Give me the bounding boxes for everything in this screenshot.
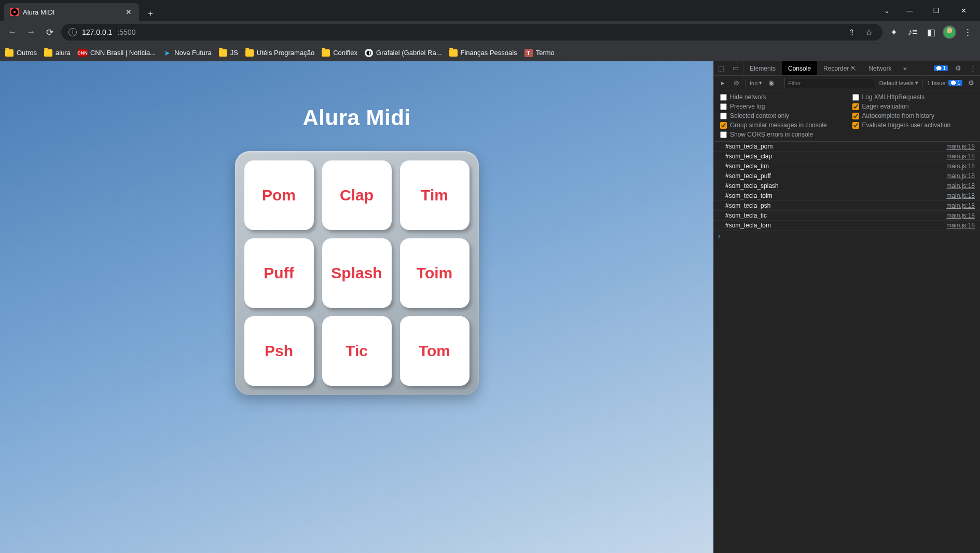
clear-console-icon[interactable]: ⊘ bbox=[731, 79, 741, 87]
check-log-xhr[interactable]: Log XMLHttpRequests bbox=[852, 93, 974, 101]
console-log-row[interactable]: #som_tecla_pommain.js:18 bbox=[714, 142, 980, 152]
console-filter-bar: ▸ ⊘ top ▾ ◉ Filter Default levels ▾ 1 Is… bbox=[714, 76, 980, 90]
bookmark-grafaiel[interactable]: ◐Grafaiel (Gabriel Ra... bbox=[365, 49, 441, 57]
more-tabs-icon[interactable]: » bbox=[898, 61, 912, 75]
devtools-settings-icon[interactable]: ⚙ bbox=[951, 61, 965, 75]
source-link[interactable]: main.js:18 bbox=[946, 172, 975, 180]
midi-key-tom[interactable]: Tom bbox=[400, 316, 470, 386]
devtools-tab-network[interactable]: Network bbox=[862, 61, 898, 75]
tab-title: Alura MIDI bbox=[23, 8, 120, 16]
console-sidebar-toggle-icon[interactable]: ▸ bbox=[718, 79, 727, 87]
tab-search-button[interactable]: ⌄ bbox=[875, 0, 898, 21]
forward-button[interactable]: → bbox=[24, 25, 38, 39]
console-log-row[interactable]: #som_tecla_tommain.js:18 bbox=[714, 221, 980, 231]
midi-key-splash[interactable]: Splash bbox=[322, 238, 392, 308]
reload-button[interactable]: ⟳ bbox=[43, 25, 57, 39]
check-preserve-log[interactable]: Preserve log bbox=[720, 103, 842, 110]
menu-icon[interactable]: ⋮ bbox=[960, 25, 975, 39]
messages-badge[interactable]: 1 bbox=[931, 61, 951, 75]
midi-key-clap[interactable]: Clap bbox=[322, 160, 392, 230]
check-eager-evaluation[interactable]: Eager evaluation bbox=[852, 103, 974, 110]
bookmark-financas[interactable]: Finanças Pessoais bbox=[449, 49, 517, 57]
bookmark-termo[interactable]: TTermo bbox=[524, 49, 555, 57]
nova-futura-icon: ➤ bbox=[163, 49, 171, 57]
check-show-cors[interactable]: Show CORS errors in console bbox=[720, 131, 974, 138]
favicon-icon bbox=[10, 8, 19, 16]
media-control-icon[interactable]: ♪≡ bbox=[905, 25, 920, 39]
device-toolbar-icon[interactable]: ▭ bbox=[728, 61, 743, 75]
bookmarks-bar: Outros alura CNNCNN Brasil | Notícia... … bbox=[0, 44, 980, 61]
console-settings-icon[interactable]: ⚙ bbox=[967, 79, 976, 87]
browser-tab-strip: Alura MIDI ✕ ＋ ⌄ — ❐ ✕ bbox=[0, 0, 980, 21]
maximize-button[interactable]: ❐ bbox=[925, 3, 948, 18]
bookmark-uteis[interactable]: Utéis Programação bbox=[245, 49, 314, 57]
source-link[interactable]: main.js:18 bbox=[946, 222, 975, 229]
midi-key-tic[interactable]: Tic bbox=[322, 316, 392, 386]
profile-avatar[interactable] bbox=[943, 25, 956, 39]
minimize-button[interactable]: — bbox=[898, 3, 921, 18]
console-log-row[interactable]: #som_tecla_splashmain.js:18 bbox=[714, 181, 980, 191]
source-link[interactable]: main.js:18 bbox=[946, 202, 975, 209]
source-link[interactable]: main.js:18 bbox=[946, 182, 975, 190]
context-selector[interactable]: top ▾ bbox=[750, 79, 762, 86]
devtools-tab-elements[interactable]: Elements bbox=[743, 61, 782, 75]
devtools-menu-icon[interactable]: ⋮ bbox=[965, 61, 980, 75]
url-host: 127.0.0.1 bbox=[82, 28, 112, 36]
folder-icon bbox=[449, 49, 458, 57]
side-panel-icon[interactable]: ◧ bbox=[924, 25, 938, 39]
bookmark-cnn[interactable]: CNNCNN Brasil | Notícia... bbox=[78, 49, 156, 57]
midi-pad: Pom Clap Tim Puff Splash Toim Psh Tic To… bbox=[235, 151, 479, 395]
check-evaluate-triggers[interactable]: Evaluate triggers user activation bbox=[852, 122, 974, 129]
page-viewport: Alura Midi Pom Clap Tim Puff Splash Toim… bbox=[0, 61, 713, 553]
midi-key-puff[interactable]: Puff bbox=[244, 238, 314, 308]
check-selected-context[interactable]: Selected context only bbox=[720, 112, 842, 119]
inspect-element-icon[interactable]: ⬚ bbox=[714, 61, 728, 75]
termo-icon: T bbox=[524, 49, 533, 57]
console-log-row[interactable]: #som_tecla_pshmain.js:18 bbox=[714, 201, 980, 211]
share-icon[interactable]: ⇪ bbox=[845, 26, 858, 38]
source-link[interactable]: main.js:18 bbox=[946, 192, 975, 199]
close-tab-button[interactable]: ✕ bbox=[125, 8, 133, 16]
console-log-row[interactable]: #som_tecla_toimmain.js:18 bbox=[714, 191, 980, 201]
extensions-icon[interactable]: ✦ bbox=[887, 25, 901, 39]
midi-key-toim[interactable]: Toim bbox=[400, 238, 470, 308]
bookmark-nova-futura[interactable]: ➤Nova Futura bbox=[163, 49, 212, 57]
bookmark-star-icon[interactable]: ☆ bbox=[863, 26, 875, 38]
issues-indicator[interactable]: 1 Issue: 1 bbox=[927, 80, 962, 86]
close-window-button[interactable]: ✕ bbox=[952, 3, 975, 18]
bookmark-js[interactable]: JS bbox=[219, 49, 238, 57]
new-tab-button[interactable]: ＋ bbox=[143, 6, 158, 21]
devtools-tab-recorder[interactable]: Recorder⇱ bbox=[817, 61, 862, 75]
console-log-row[interactable]: #som_tecla_ticmain.js:18 bbox=[714, 211, 980, 221]
site-info-icon[interactable]: i bbox=[68, 28, 77, 36]
log-levels-selector[interactable]: Default levels ▾ bbox=[879, 79, 918, 86]
source-link[interactable]: main.js:18 bbox=[946, 153, 975, 160]
console-log-row[interactable]: #som_tecla_timmain.js:18 bbox=[714, 161, 980, 171]
back-button[interactable]: ← bbox=[5, 25, 20, 39]
address-bar[interactable]: i 127.0.0.1:5500 ⇪ ☆ bbox=[61, 24, 882, 41]
folder-icon bbox=[5, 49, 13, 57]
console-prompt[interactable]: › bbox=[714, 231, 980, 241]
source-link[interactable]: main.js:18 bbox=[946, 163, 975, 170]
midi-key-tim[interactable]: Tim bbox=[400, 160, 470, 230]
devtools-tab-console[interactable]: Console bbox=[782, 61, 817, 75]
browser-tab[interactable]: Alura MIDI ✕ bbox=[4, 3, 139, 21]
midi-key-pom[interactable]: Pom bbox=[244, 160, 314, 230]
midi-key-psh[interactable]: Psh bbox=[244, 316, 314, 386]
live-expression-icon[interactable]: ◉ bbox=[766, 79, 776, 87]
console-output[interactable]: #som_tecla_pommain.js:18 #som_tecla_clap… bbox=[714, 142, 980, 553]
source-link[interactable]: main.js:18 bbox=[946, 143, 975, 150]
check-autocomplete[interactable]: Autocomplete from history bbox=[852, 112, 974, 119]
check-hide-network[interactable]: Hide network bbox=[720, 93, 842, 101]
bookmark-alura[interactable]: alura bbox=[44, 49, 71, 57]
console-log-row[interactable]: #som_tecla_clapmain.js:18 bbox=[714, 152, 980, 161]
source-link[interactable]: main.js:18 bbox=[946, 212, 975, 219]
console-log-row[interactable]: #som_tecla_puffmain.js:18 bbox=[714, 171, 980, 181]
console-filter-input[interactable]: Filter bbox=[784, 78, 875, 88]
github-icon: ◐ bbox=[365, 49, 373, 57]
cnn-icon: CNN bbox=[78, 49, 87, 57]
bookmark-conlflex[interactable]: Conlflex bbox=[322, 49, 357, 57]
preview-icon: ⇱ bbox=[851, 65, 856, 72]
check-group-similar[interactable]: Group similar messages in console bbox=[720, 122, 842, 129]
bookmark-outros[interactable]: Outros bbox=[5, 49, 37, 57]
